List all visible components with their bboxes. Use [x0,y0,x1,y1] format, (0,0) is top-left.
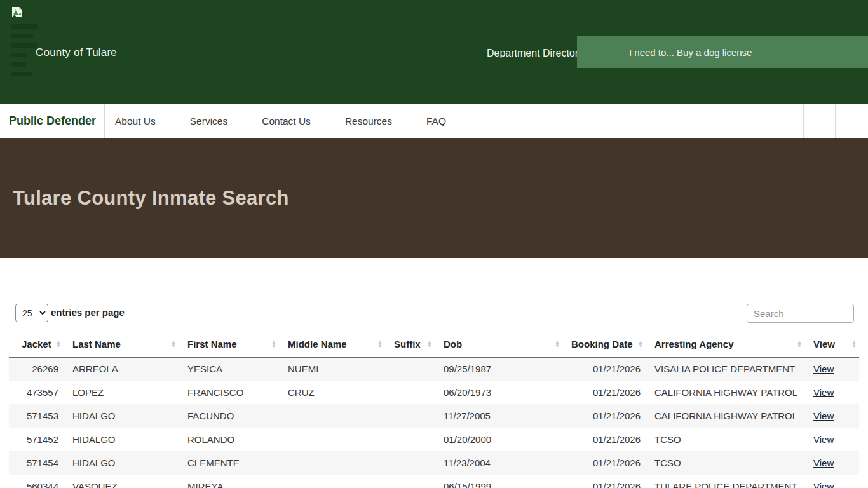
cell-first: ROLANDO [179,428,279,451]
cell-middle: CRUZ [279,381,385,404]
entries-per-page-select[interactable]: 25 [15,304,48,322]
cell-suffix [385,475,435,488]
sort-icon[interactable]: ▲▼ [271,340,276,348]
cell-agency: CALIFORNIA HIGHWAY PATROL [646,381,804,404]
sort-icon[interactable]: ▲▼ [797,340,802,348]
cell-view: View [804,357,859,381]
nav-divider [835,104,836,138]
site-header: County of Tulare Department Directory I … [0,0,868,104]
nav-item-contact-us[interactable]: Contact Us [262,116,311,127]
cell-last: HIDALGO [64,428,179,451]
cell-middle [279,475,385,488]
cell-agency: VISALIA POLICE DEPARTMENT [646,357,804,381]
nav-brand-public-defender[interactable]: Public Defender [0,104,105,138]
sort-icon[interactable]: ▲▼ [171,340,176,348]
view-link[interactable]: View [813,434,834,445]
table-row: 571454HIDALGOCLEMENTE11/23/200401/21/202… [9,451,859,475]
cell-jacket: 571453 [9,404,64,428]
cell-middle [279,404,385,428]
page-title: Tulare County Inmate Search [0,187,289,210]
nav-divider [803,104,804,138]
cell-suffix [385,404,435,428]
cell-last: LOPEZ [64,381,179,404]
view-link[interactable]: View [813,481,834,488]
cell-view: View [804,381,859,404]
column-header-label: Last Name [72,339,121,349]
main-content: 25 entries per page Jacket▲▼Last Name▲▼F… [0,258,868,488]
cell-view: View [804,428,859,451]
view-link[interactable]: View [813,458,834,468]
cell-middle [279,428,385,451]
cell-middle: NUEMI [279,357,385,381]
column-header-label: Dob [444,339,462,349]
sort-icon[interactable]: ▲▼ [555,340,560,348]
cell-dob: 06/20/1973 [435,381,562,404]
site-title[interactable]: County of Tulare [36,46,117,59]
cell-jacket: 473557 [9,381,64,404]
cell-view: View [804,404,859,428]
search-input[interactable] [747,304,854,323]
view-link[interactable]: View [813,410,834,421]
column-header-suffix[interactable]: Suffix▲▼ [385,332,435,357]
column-header-label: Booking Date [571,339,633,349]
column-header-view[interactable]: View▲▼ [804,332,859,357]
cell-last: HIDALGO [64,404,179,428]
sort-icon[interactable]: ▲▼ [638,340,643,348]
cell-jacket: 560344 [9,475,64,488]
sort-icon[interactable]: ▲▼ [377,340,383,348]
column-header-label: Suffix [394,339,421,349]
main-nav: Public Defender About UsServicesContact … [0,104,868,138]
cell-suffix [385,428,435,451]
column-header-label: Middle Name [288,339,347,349]
nav-item-services[interactable]: Services [190,116,227,127]
column-header-jacket[interactable]: Jacket▲▼ [9,332,64,357]
sort-icon[interactable]: ▲▼ [56,340,61,348]
nav-item-about-us[interactable]: About Us [115,116,156,127]
table-row: 560344VASQUEZMIREYA06/15/199901/21/2026T… [9,475,859,488]
cell-suffix [385,381,435,404]
cell-dob: 11/27/2005 [435,404,562,428]
cell-jacket: 26269 [9,357,64,381]
cell-booking: 01/21/2026 [562,357,646,381]
cell-dob: 01/20/2000 [435,428,562,451]
column-header-last[interactable]: Last Name▲▼ [64,332,179,357]
cell-booking: 01/21/2026 [562,451,646,475]
column-header-label: Arresting Agency [654,339,733,349]
cell-first: FRANCISCO [179,381,279,404]
entries-per-page-label: entries per page [51,307,125,318]
cell-first: FACUNDO [179,404,279,428]
table-row: 571453HIDALGOFACUNDO11/27/200501/21/2026… [9,404,859,428]
i-need-to-label: I need to... Buy a dog license [629,47,752,58]
cell-last: HIDALGO [64,451,179,475]
column-header-booking[interactable]: Booking Date▲▼ [562,332,646,357]
cell-agency: TCSO [646,428,804,451]
cell-booking: 01/21/2026 [562,381,646,404]
inmate-table: Jacket▲▼Last Name▲▼First Name▲▼Middle Na… [9,332,859,488]
cell-first: CLEMENTE [179,451,279,475]
column-header-label: Jacket [22,339,51,349]
cell-booking: 01/21/2026 [562,404,646,428]
nav-item-resources[interactable]: Resources [345,116,392,127]
column-header-middle[interactable]: Middle Name▲▼ [279,332,385,357]
sort-icon[interactable]: ▲▼ [427,340,432,348]
cell-booking: 01/21/2026 [562,428,646,451]
table-row: 571452HIDALGOROLANDO01/20/200001/21/2026… [9,428,859,451]
cell-agency: TCSO [646,451,804,475]
column-header-dob[interactable]: Dob▲▼ [435,332,562,357]
cell-first: MIREYA [179,475,279,488]
cell-middle [279,451,385,475]
i-need-to-button[interactable]: I need to... Buy a dog license [577,36,868,68]
table-row: 26269ARREOLAYESICANUEMI09/25/198701/21/2… [9,357,859,381]
site-logo[interactable] [11,6,88,81]
view-link[interactable]: View [813,363,834,374]
nav-item-faq[interactable]: FAQ [426,116,446,127]
sort-icon[interactable]: ▲▼ [851,340,857,348]
nav-items: About UsServicesContact UsResourcesFAQ [105,116,446,127]
column-header-first[interactable]: First Name▲▼ [179,332,279,357]
cell-jacket: 571452 [9,428,64,451]
view-link[interactable]: View [813,387,834,398]
column-header-agency[interactable]: Arresting Agency▲▼ [646,332,804,357]
hero-banner: Tulare County Inmate Search [0,138,868,258]
department-directory-link[interactable]: Department Directory [487,48,583,59]
column-header-label: View [813,339,835,349]
